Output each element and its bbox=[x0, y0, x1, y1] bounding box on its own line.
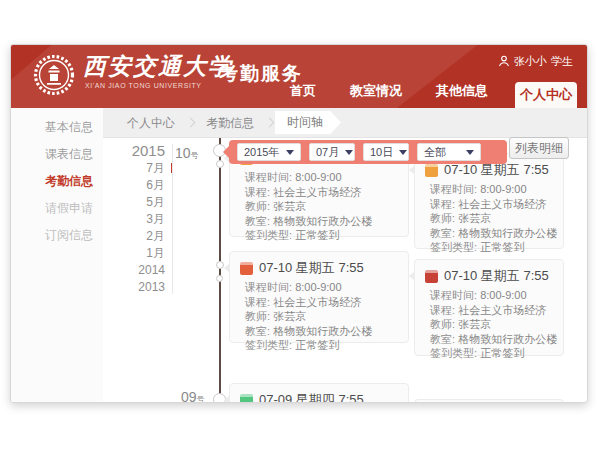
university-name-en: XI'AN JIAO TONG UNIVERSITY bbox=[85, 82, 202, 89]
user-role: 学生 bbox=[551, 54, 573, 69]
timeline-node bbox=[216, 261, 224, 269]
card-title: 07-09 星期四 7:55 bbox=[259, 391, 364, 403]
month-rail-divider bbox=[172, 144, 173, 294]
day-label-09: 09号 bbox=[181, 389, 205, 403]
university-logo bbox=[33, 54, 75, 96]
dropdown-caret-icon bbox=[466, 150, 474, 155]
timeline-month-june[interactable]: 6月 bbox=[115, 177, 165, 194]
timeline-year-2014[interactable]: 2014 bbox=[115, 262, 165, 279]
timeline-year-2013[interactable]: 2013 bbox=[115, 279, 165, 296]
screenshot-canvas: 西安交通大学 XI'AN JIAO TONG UNIVERSITY 考勤服务 张… bbox=[0, 0, 600, 450]
breadcrumb-timeline-current[interactable]: 时间轴 bbox=[275, 111, 341, 134]
signin-stamp-icon bbox=[425, 164, 438, 177]
nav-other-info[interactable]: 其他信息 bbox=[419, 82, 505, 108]
sidebar-item-attendance-info[interactable]: 考勤信息 bbox=[45, 173, 93, 190]
signin-stamp-icon bbox=[425, 270, 438, 283]
date-filter-bar: 2015年 07月 10日 全部 bbox=[229, 140, 507, 164]
day-select[interactable]: 10日 bbox=[363, 143, 409, 161]
nav-home[interactable]: 首页 bbox=[273, 82, 333, 108]
dropdown-caret-icon bbox=[345, 150, 353, 155]
nav-classrooms[interactable]: 教室情况 bbox=[333, 82, 419, 108]
sidebar-item-leave-request[interactable]: 请假申请 bbox=[45, 200, 93, 217]
attendance-card: 07-10 星期五 7:55 课程时间: 8:00-9:00 课程: 社会主义市… bbox=[229, 251, 409, 343]
day-label-10: 10号 bbox=[175, 145, 199, 161]
chevron-right-icon bbox=[265, 118, 275, 128]
card-title: 07-10 星期五 7:55 bbox=[444, 267, 549, 285]
timeline-year-month-nav: 2015 7月 6月 5月 3月 2月 1月 2014 2013 bbox=[115, 142, 165, 296]
sidebar: 基本信息 课表信息 考勤信息 请假申请 订阅信息 bbox=[11, 108, 103, 402]
attendance-card: 07-10 星期五 7:55 课程时间: 8:00-9:00 课程: 社会主义市… bbox=[414, 259, 564, 356]
dropdown-caret-icon bbox=[286, 150, 294, 155]
month-select[interactable]: 07月 bbox=[309, 143, 355, 161]
signin-stamp-icon bbox=[240, 394, 253, 404]
timeline-month-july-current[interactable]: 7月 bbox=[115, 160, 165, 177]
timeline-axis bbox=[219, 138, 221, 402]
app-header: 西安交通大学 XI'AN JIAO TONG UNIVERSITY 考勤服务 张… bbox=[11, 45, 587, 108]
timeline-node bbox=[216, 160, 224, 168]
chevron-right-icon bbox=[186, 118, 196, 128]
person-icon bbox=[498, 55, 510, 69]
timeline-month-february[interactable]: 2月 bbox=[115, 228, 165, 245]
type-select[interactable]: 全部 bbox=[417, 143, 481, 161]
breadcrumb: 个人中心 考勤信息 时间轴 bbox=[103, 108, 587, 138]
card-title: 07-10 星期五 7:55 bbox=[259, 259, 364, 277]
university-name-cn: 西安交通大学 bbox=[83, 51, 233, 82]
year-select[interactable]: 2015年 bbox=[237, 143, 301, 161]
main-nav: 首页 教室情况 其他信息 个人中心 bbox=[273, 82, 577, 108]
timeline-node bbox=[216, 275, 223, 282]
timeline-month-march[interactable]: 3月 bbox=[115, 211, 165, 228]
timeline-month-may[interactable]: 5月 bbox=[115, 194, 165, 211]
nav-personal-center-active-tab[interactable]: 个人中心 bbox=[515, 82, 577, 108]
user-menu[interactable]: 张小小 学生 bbox=[498, 54, 573, 69]
timeline-year-2015[interactable]: 2015 bbox=[115, 142, 165, 160]
dropdown-caret-icon bbox=[399, 150, 407, 155]
attendance-card-clipped: 07-09 星期四 7:55 bbox=[229, 383, 409, 403]
sidebar-item-subscription-info[interactable]: 订阅信息 bbox=[45, 227, 93, 244]
sidebar-item-basic-info[interactable]: 基本信息 bbox=[45, 119, 93, 136]
attendance-card-clipped bbox=[414, 399, 564, 403]
timeline-month-january[interactable]: 1月 bbox=[115, 245, 165, 262]
app-window: 西安交通大学 XI'AN JIAO TONG UNIVERSITY 考勤服务 张… bbox=[10, 44, 588, 403]
list-detail-button[interactable]: 列表明细 bbox=[509, 137, 569, 159]
user-name: 张小小 bbox=[514, 54, 547, 69]
breadcrumb-attendance-info[interactable]: 考勤信息 bbox=[196, 112, 264, 134]
signin-stamp-icon bbox=[240, 262, 253, 275]
attendance-card: 07-10 星期五 7:55 课程时间: 8:00-9:00 课程: 社会主义市… bbox=[414, 153, 564, 249]
breadcrumb-personal-center[interactable]: 个人中心 bbox=[117, 112, 185, 134]
sidebar-item-timetable-info[interactable]: 课表信息 bbox=[45, 146, 93, 163]
